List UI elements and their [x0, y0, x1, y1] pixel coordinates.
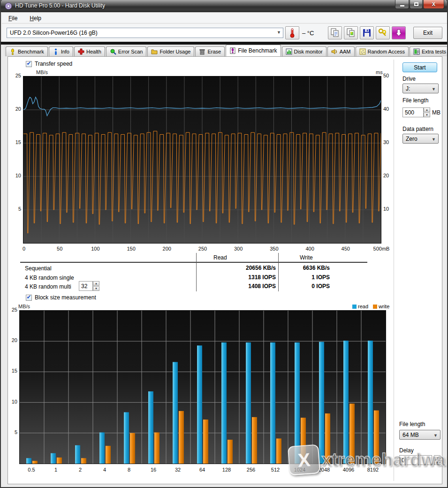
drive-select[interactable]: J: ▼ — [402, 84, 439, 93]
multi-queue-spinner[interactable]: ▲▼ — [93, 281, 99, 291]
tick-label: 450 — [336, 246, 355, 252]
tick-label: 2048 — [315, 467, 334, 473]
tab-file-benchmark[interactable]: File Benchmark — [226, 45, 281, 56]
chevron-down-icon: ▼ — [432, 87, 436, 92]
tick-label: 10 — [383, 206, 389, 212]
temperature-button[interactable] — [285, 26, 299, 39]
block-size-label: Block size measurement — [35, 294, 96, 301]
results-divider-1 — [196, 253, 197, 291]
thermometer-icon — [289, 28, 295, 38]
read-legend-label: read — [358, 304, 368, 309]
block-chart-legend: read write — [352, 304, 389, 309]
tab-random-access[interactable]: Random Access — [356, 46, 409, 56]
tick-label: 8 — [120, 467, 138, 473]
tick-label: 300 — [229, 246, 248, 252]
tick-label: 32 — [168, 467, 187, 473]
transfer-speed-checkbox-row: ✔ Transfer speed — [26, 61, 72, 67]
menu-help[interactable]: Help — [28, 14, 43, 23]
copy-text-icon — [331, 28, 339, 38]
maximize-button[interactable] — [410, 0, 423, 9]
copy-text-button[interactable] — [328, 26, 342, 39]
results-header-line — [20, 262, 367, 263]
start-button[interactable]: Start — [402, 62, 437, 72]
results-divider-2 — [278, 253, 279, 291]
random-dots-icon — [359, 48, 366, 55]
tick-label: 16 — [144, 467, 163, 473]
data-pattern-select[interactable]: Zero ▼ — [402, 134, 439, 144]
device-select-value: UFD 2.0 Silicon-Power16G (16 gB) — [10, 30, 98, 36]
info-icon — [53, 48, 59, 55]
device-select[interactable]: UFD 2.0 Silicon-Power16G (16 gB) ▼ — [7, 28, 283, 38]
copy-image-icon — [347, 28, 355, 38]
results-read-value: 20656 KB/s — [215, 265, 276, 271]
calculator-icon — [413, 48, 420, 55]
tick-label: 10 — [10, 173, 21, 178]
tick-label: 1 — [46, 467, 65, 473]
tab-aam[interactable]: AAM — [327, 46, 355, 56]
tick-label: 20 — [383, 173, 389, 178]
tick-label: 10 — [8, 399, 17, 404]
file-length-label: File length — [402, 97, 428, 104]
file-length2-select[interactable]: 64 MB ▼ — [399, 430, 440, 440]
close-button[interactable]: X — [423, 0, 444, 9]
delay-label: Delay — [399, 447, 414, 454]
download-button[interactable] — [392, 26, 406, 39]
tick-label: 20 — [10, 106, 21, 112]
tick-label: 50 — [50, 246, 69, 252]
tick-label: 400 — [301, 246, 319, 252]
delay-input[interactable]: 0 — [399, 455, 432, 465]
file-length-spinner[interactable]: ▲▼ — [424, 107, 430, 117]
tabstrip: Benchmark Info Health Error Scan Folder … — [4, 45, 446, 56]
tick-label: 4096 — [339, 467, 358, 473]
tick-label: 25 — [10, 73, 21, 78]
tab-erase[interactable]: Erase — [195, 46, 225, 56]
temperature-value: – °C — [302, 30, 314, 37]
tab-disk-monitor[interactable]: Disk monitor — [282, 46, 327, 56]
tick-label: 200 — [158, 246, 176, 252]
chevron-down-icon: ▼ — [277, 30, 281, 35]
tick-label: 350 — [265, 246, 283, 252]
app-window: HD Tune Pro 5.00 - Hard Disk Utility X F… — [0, 0, 448, 488]
tick-label: 15 — [10, 139, 21, 145]
tab-health[interactable]: Health — [74, 46, 105, 56]
health-cross-icon — [78, 48, 84, 55]
exit-button[interactable]: Exit — [413, 27, 442, 39]
bar-chart-icon — [286, 48, 292, 55]
transfer-speed-label: Transfer speed — [35, 61, 72, 67]
tick-label: 5 — [8, 429, 17, 435]
menu-file[interactable]: File — [7, 14, 19, 23]
tick-label: 2 — [71, 467, 90, 473]
transfer-speed-chart — [23, 76, 381, 244]
block-size-checkbox[interactable]: ✔ — [26, 295, 32, 301]
results-write-value: 1 IOPS — [283, 274, 330, 281]
speaker-icon — [331, 48, 338, 55]
transfer-speed-checkbox[interactable]: ✔ — [26, 61, 32, 67]
tab-folder-usage[interactable]: Folder Usage — [147, 46, 194, 56]
tab-error-scan[interactable]: Error Scan — [106, 46, 147, 56]
multi-queue-input[interactable]: 32 — [79, 281, 93, 291]
write-legend-swatch — [373, 305, 377, 309]
tick-label: 1024 — [290, 467, 309, 473]
tab-extra-tests[interactable]: Extra tests — [410, 46, 448, 56]
file-length-input[interactable]: 500 — [402, 107, 424, 117]
options-button[interactable] — [376, 26, 390, 39]
tick-label: 0.5 — [22, 467, 41, 473]
tab-info[interactable]: Info — [49, 46, 73, 56]
tick-label: 100 — [86, 246, 105, 252]
results-write-value: 0 IOPS — [283, 283, 330, 290]
write-legend-label: write — [379, 304, 389, 309]
block-size-checkbox-row: ✔ Block size measurement — [26, 294, 96, 301]
folder-icon — [151, 48, 158, 55]
file-benchmark-icon — [229, 47, 236, 54]
results-row-label: 4 KB random multi — [25, 283, 71, 290]
minimize-button[interactable] — [395, 0, 409, 9]
copy-image-button[interactable] — [344, 26, 358, 39]
tick-label: 20 — [8, 337, 17, 343]
titlebar: HD Tune Pro 5.00 - Hard Disk Utility X — [1, 0, 447, 12]
results-read-value: 1408 IOPS — [215, 283, 276, 290]
tab-benchmark[interactable]: Benchmark — [6, 46, 48, 56]
keys-icon — [378, 28, 387, 38]
data-pattern-label: Data pattern — [402, 126, 433, 132]
save-button[interactable] — [360, 26, 374, 39]
delay-spinner[interactable]: ▲▼ — [434, 455, 440, 465]
